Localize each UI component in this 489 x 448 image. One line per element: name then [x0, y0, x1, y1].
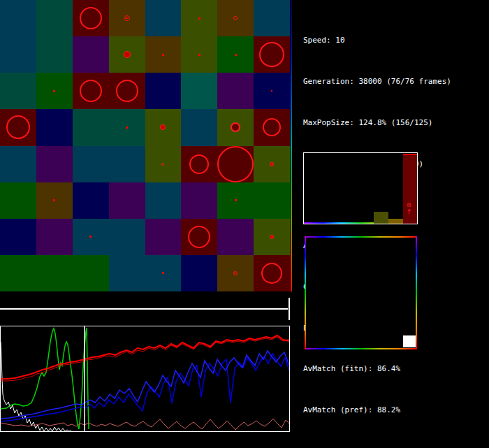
organism-circle [53, 90, 55, 92]
histogram-bar: m f [403, 154, 417, 224]
histogram-bar [374, 212, 388, 224]
organism-circle [259, 42, 284, 67]
stat-avmatch-fitn: AvMatch (fitn): 86.4% [303, 362, 451, 376]
histogram-bar-label: m f [403, 201, 417, 215]
frame-progress-handle[interactable] [289, 298, 290, 320]
grid-cell [0, 73, 36, 109]
organism-circle [116, 80, 138, 102]
grid-cell [73, 146, 109, 182]
population-histogram: m f [303, 152, 418, 224]
grid-cell [181, 182, 217, 219]
population-histogram-bars: m f [304, 153, 417, 224]
grid-cell [217, 73, 254, 109]
stat-speed: Speed: 10 [303, 34, 451, 48]
organism-circle [235, 54, 237, 56]
grid-cell [36, 219, 73, 255]
phase-border-bottom [305, 348, 417, 349]
fitness-color-scale [291, 0, 292, 291]
phase-border-top [305, 236, 417, 238]
series-pink-line [1, 419, 289, 430]
stat-avmatch-pref: AvMatch (pref): 88.2% [303, 403, 451, 417]
grid-cell [145, 219, 182, 255]
grid-cell [217, 219, 254, 255]
organism-circle [217, 146, 254, 182]
organism-circle [235, 199, 237, 201]
grid-cell [145, 0, 182, 36]
grid-cell [0, 219, 36, 255]
grid-cell [36, 255, 73, 291]
organism-circle [270, 235, 274, 239]
grid-cell [109, 219, 145, 255]
frame-progress-line [0, 308, 288, 310]
organism-circle [80, 80, 102, 102]
grid-cell [73, 36, 109, 73]
organism-circle [188, 226, 210, 248]
organism-circle [162, 54, 164, 56]
organism-circle [162, 272, 164, 274]
organism-circle [189, 154, 209, 174]
grid-cell [0, 146, 36, 182]
organism-circle [89, 236, 92, 238]
organism-circle [124, 51, 131, 58]
organism-circle [271, 90, 272, 92]
organism-circle [235, 273, 236, 274]
phase-border-left [305, 236, 306, 349]
histogram-bar [388, 219, 403, 224]
phase-marker-square [403, 335, 416, 347]
histogram-bar-cap [403, 154, 417, 155]
stat-maxpopsize: MaxPopSize: 124.8% (156/125) [303, 116, 451, 130]
grid-cell [0, 36, 36, 73]
grid-cell [181, 109, 217, 145]
grid-cell [36, 0, 73, 36]
stat-generation: Generation: 38000 (76/76 frames) [303, 75, 451, 89]
grid-cell [109, 146, 145, 182]
preference-space-box [305, 236, 417, 349]
organism-circle [53, 199, 55, 201]
grid-cell [0, 182, 36, 219]
grid-cell [73, 182, 109, 219]
grid-cell [0, 255, 36, 291]
grid-cell [254, 0, 290, 36]
organism-circle [126, 17, 127, 19]
world-grid-canvas[interactable] [0, 0, 290, 291]
grid-cell [36, 146, 73, 182]
organism-circle [198, 17, 200, 20]
simulation-window: { "window": {"bg": "#000000", "width": 7… [0, 0, 489, 448]
organism-circle [126, 127, 128, 129]
grid-cell [36, 36, 73, 73]
organism-circle [270, 162, 274, 166]
organism-circle [198, 54, 200, 56]
timeseries-chart [0, 326, 290, 432]
grid-cell [109, 182, 145, 219]
organism-circle [261, 263, 282, 284]
grid-cell [181, 255, 217, 291]
grid-cell [109, 255, 145, 291]
grid-cell [73, 255, 109, 291]
series-red-b-line [1, 337, 289, 381]
grid-cell [73, 109, 109, 145]
grid-cell [36, 109, 73, 145]
grid-cell [145, 73, 182, 109]
organism-circle [80, 7, 102, 29]
grid-cell [145, 182, 182, 219]
grid-cell [254, 182, 290, 219]
grid-cell [0, 0, 36, 36]
grid-cell [181, 73, 217, 109]
phase-border-right [416, 236, 417, 349]
